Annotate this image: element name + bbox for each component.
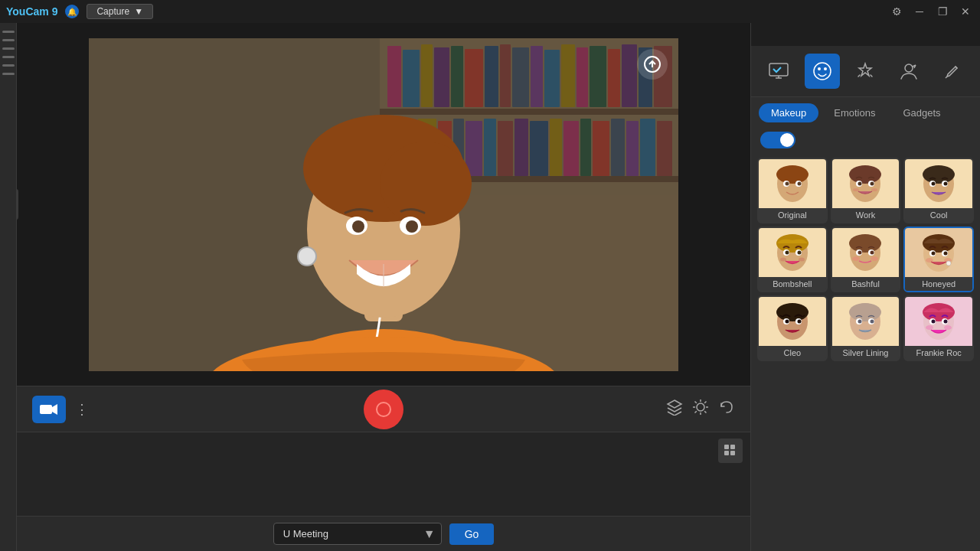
undo-icon[interactable]	[718, 399, 735, 419]
makeup-item-frankie-roc[interactable]: Frankie Roc	[903, 295, 974, 361]
main-content: ◀ ⋮	[0, 23, 980, 551]
svg-point-47	[352, 220, 364, 233]
upload-icon[interactable]	[637, 49, 668, 80]
grid-view-button[interactable]	[718, 439, 743, 463]
camera-button[interactable]	[32, 396, 66, 423]
more-options-button[interactable]: ⋮	[70, 398, 93, 421]
svg-line-60	[704, 411, 706, 412]
svg-rect-33	[580, 119, 591, 176]
panel-icon-effects[interactable]	[848, 54, 883, 89]
svg-point-74	[776, 165, 808, 184]
svg-point-99	[780, 258, 786, 262]
svg-rect-6	[451, 46, 463, 107]
svg-point-138	[926, 325, 933, 330]
makeup-face-bashful	[832, 228, 900, 277]
svg-line-72	[946, 77, 947, 78]
svg-rect-20	[380, 109, 678, 115]
svg-point-117	[946, 261, 951, 266]
left-panel-divider-4	[2, 56, 15, 58]
makeup-face-silver-lining	[832, 297, 900, 346]
svg-point-97	[785, 251, 789, 255]
makeup-item-bashful[interactable]: Bashful	[831, 227, 901, 292]
tab-makeup[interactable]: Makeup	[759, 103, 818, 122]
meeting-select[interactable]: U Meeting Zoom Teams Skype Webex	[273, 523, 442, 545]
toggle-row	[751, 129, 980, 155]
svg-point-108	[871, 256, 878, 261]
panel-icon-avatar[interactable]	[891, 54, 926, 89]
meeting-bar: U Meeting Zoom Teams Skype Webex ▼ Go	[17, 516, 750, 551]
makeup-item-work[interactable]: Work	[831, 158, 901, 223]
svg-point-131	[871, 320, 874, 324]
notification-badge[interactable]: 🔔	[65, 5, 79, 18]
makeup-grid: Original Work	[751, 155, 980, 364]
svg-rect-15	[590, 46, 606, 107]
controls-bar: ⋮	[17, 386, 750, 432]
capture-button[interactable]: Capture ▼	[87, 4, 153, 19]
svg-point-78	[797, 182, 801, 186]
left-panel-divider-5	[2, 64, 15, 67]
capture-dropdown-arrow: ▼	[134, 6, 143, 17]
svg-rect-4	[421, 44, 433, 107]
svg-point-44	[380, 142, 472, 226]
svg-point-105	[858, 251, 862, 255]
minimize-icon[interactable]: ─	[911, 3, 928, 20]
svg-rect-53	[40, 405, 52, 414]
svg-point-106	[871, 251, 874, 255]
svg-point-80	[849, 165, 881, 184]
panel-icon-row	[751, 46, 980, 97]
record-button[interactable]	[364, 390, 403, 429]
makeup-label-work: Work	[832, 208, 900, 222]
svg-point-136	[932, 320, 936, 324]
brightness-icon[interactable]	[692, 399, 709, 419]
svg-rect-29	[514, 119, 528, 176]
svg-point-71	[905, 64, 913, 72]
svg-rect-34	[593, 121, 609, 176]
makeup-item-cleo[interactable]: Cleo	[757, 295, 828, 361]
makeup-item-cool[interactable]: Cool	[903, 158, 974, 223]
svg-point-68	[814, 63, 831, 80]
svg-rect-13	[561, 44, 575, 107]
layers-icon[interactable]	[666, 399, 683, 419]
panel-icon-pen[interactable]	[935, 54, 970, 89]
svg-line-59	[695, 402, 697, 403]
makeup-item-bombshell[interactable]: Bombshell	[757, 227, 828, 292]
svg-point-50	[298, 247, 316, 266]
svg-rect-35	[611, 119, 625, 176]
maximize-icon[interactable]: ❐	[934, 3, 951, 20]
svg-point-137	[944, 320, 948, 324]
svg-point-113	[932, 252, 936, 256]
makeup-item-original[interactable]: Original	[757, 158, 828, 223]
tab-emotions[interactable]: Emotions	[822, 103, 887, 122]
svg-rect-11	[531, 46, 543, 107]
panel-icon-face[interactable]	[805, 54, 840, 89]
meeting-select-wrap: U Meeting Zoom Teams Skype Webex ▼	[273, 523, 442, 545]
svg-rect-38	[657, 121, 672, 176]
makeup-toggle[interactable]	[760, 132, 795, 148]
makeup-face-honeyed	[905, 228, 972, 277]
close-icon[interactable]: ✕	[957, 3, 974, 20]
svg-rect-37	[640, 119, 655, 176]
settings-icon[interactable]: ⚙	[888, 3, 905, 20]
svg-point-119	[776, 303, 808, 321]
svg-rect-28	[498, 121, 513, 176]
svg-rect-2	[387, 46, 401, 107]
bottom-panel	[17, 432, 750, 516]
svg-rect-10	[512, 47, 529, 107]
makeup-item-honeyed[interactable]: Honeyed	[903, 227, 974, 292]
svg-rect-63	[724, 445, 729, 449]
panel-collapse-btn[interactable]: ◀	[17, 189, 18, 220]
right-panel: Makeup Emotions Gadgets	[750, 23, 980, 551]
app-logo: YouCam 9	[6, 5, 57, 18]
svg-rect-65	[724, 451, 729, 455]
svg-rect-64	[730, 445, 735, 449]
go-button[interactable]: Go	[449, 523, 495, 545]
panel-icon-screen[interactable]	[761, 54, 796, 89]
svg-line-61	[704, 402, 706, 403]
svg-rect-66	[730, 451, 735, 455]
svg-rect-16	[608, 49, 620, 107]
makeup-item-silver-lining[interactable]: Silver Lining	[831, 295, 901, 361]
makeup-label-honeyed: Honeyed	[905, 277, 972, 291]
right-controls	[666, 399, 735, 419]
tab-gadgets[interactable]: Gadgets	[890, 103, 952, 122]
svg-point-130	[858, 320, 862, 324]
